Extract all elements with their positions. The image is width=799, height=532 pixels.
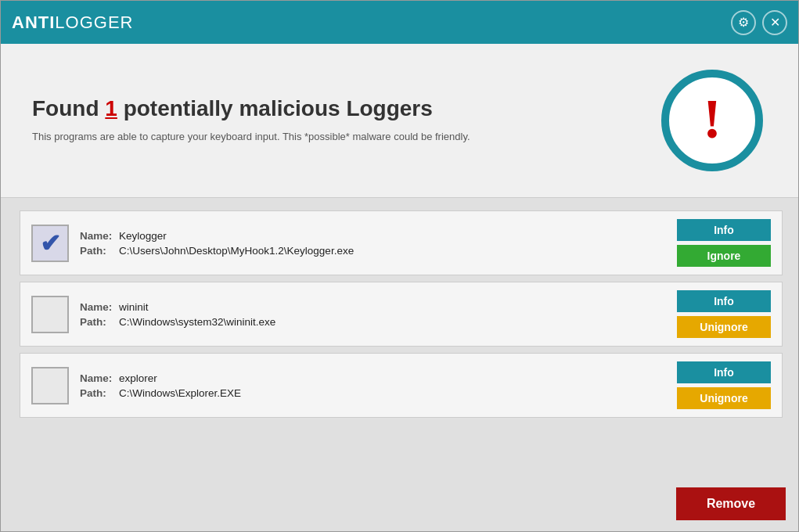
name-label-1: Name: xyxy=(80,230,119,242)
main-window: ANTI LOGGER ⚙ ✕ Found 1 potentially mali… xyxy=(0,0,799,532)
unignore-button-3[interactable]: Unignore xyxy=(677,387,771,409)
logo-logger: LOGGER xyxy=(55,13,133,33)
titlebar-controls: ⚙ ✕ xyxy=(731,10,787,35)
ignore-button-1[interactable]: Ignore xyxy=(677,245,771,267)
item-path-row-3: Path: C:\Windows\Explorer.EXE xyxy=(80,387,666,399)
malicious-count: 1 xyxy=(105,96,117,120)
item-path-row-2: Path: C:\Windows\system32\wininit.exe xyxy=(80,316,666,328)
item-checkbox-1[interactable]: ✔ xyxy=(31,225,69,262)
name-label-2: Name: xyxy=(80,301,119,313)
item-info-1: Name: Keylogger Path: C:\Users\John\Desk… xyxy=(80,230,666,257)
settings-button[interactable]: ⚙ xyxy=(731,10,756,35)
header-section: Found 1 potentially malicious Loggers Th… xyxy=(1,44,798,198)
path-value-2: C:\Windows\system32\wininit.exe xyxy=(119,316,275,328)
logo-anti: ANTI xyxy=(12,13,55,33)
path-label-1: Path: xyxy=(80,245,119,257)
list-area: ✔ Name: Keylogger Path: C:\Users\John\De… xyxy=(1,198,798,480)
path-label-2: Path: xyxy=(80,316,119,328)
info-button-2[interactable]: Info xyxy=(677,290,771,312)
header-text: Found 1 potentially malicious Loggers Th… xyxy=(32,96,642,145)
item-name-row-1: Name: Keylogger xyxy=(80,230,666,242)
item-info-3: Name: explorer Path: C:\Windows\Explorer… xyxy=(80,372,666,399)
warning-icon-container: ! xyxy=(657,66,767,175)
name-label-3: Name: xyxy=(80,372,119,384)
item-actions-1: Info Ignore xyxy=(677,219,771,267)
remove-button[interactable]: Remove xyxy=(676,487,786,520)
item-path-row-1: Path: C:\Users\John\Desktop\MyHook1.2\Ke… xyxy=(80,245,666,257)
list-item: Name: wininit Path: C:\Windows\system32\… xyxy=(20,282,783,347)
name-value-2: wininit xyxy=(119,301,149,313)
footer: Remove xyxy=(1,480,798,531)
warning-circle: ! xyxy=(661,70,763,171)
info-button-3[interactable]: Info xyxy=(677,361,771,383)
title-before: Found xyxy=(32,96,105,120)
exclamation-icon: ! xyxy=(703,91,722,147)
item-info-2: Name: wininit Path: C:\Windows\system32\… xyxy=(80,301,666,328)
path-label-3: Path: xyxy=(80,387,119,399)
item-name-row-2: Name: wininit xyxy=(80,301,666,313)
content-area: Found 1 potentially malicious Loggers Th… xyxy=(1,44,798,531)
item-actions-2: Info Unignore xyxy=(677,290,771,338)
app-logo: ANTI LOGGER xyxy=(12,13,133,33)
path-value-3: C:\Windows\Explorer.EXE xyxy=(119,387,241,399)
item-actions-3: Info Unignore xyxy=(677,361,771,409)
list-item: Name: explorer Path: C:\Windows\Explorer… xyxy=(20,353,783,418)
list-scroll-container[interactable]: ✔ Name: Keylogger Path: C:\Users\John\De… xyxy=(20,210,786,480)
item-name-row-3: Name: explorer xyxy=(80,372,666,384)
title-after: potentially malicious Loggers xyxy=(117,96,433,120)
name-value-1: Keylogger xyxy=(119,230,167,242)
item-checkbox-2[interactable] xyxy=(31,296,69,333)
info-button-1[interactable]: Info xyxy=(677,219,771,241)
close-icon: ✕ xyxy=(770,15,780,30)
header-title: Found 1 potentially malicious Loggers xyxy=(32,96,642,121)
path-value-1: C:\Users\John\Desktop\MyHook1.2\Keylogge… xyxy=(119,245,354,257)
name-value-3: explorer xyxy=(119,372,157,384)
close-button[interactable]: ✕ xyxy=(762,10,787,35)
item-checkbox-3[interactable] xyxy=(31,367,69,404)
checkmark-icon: ✔ xyxy=(40,228,61,258)
gear-icon: ⚙ xyxy=(738,15,749,30)
list-item: ✔ Name: Keylogger Path: C:\Users\John\De… xyxy=(20,210,783,275)
unignore-button-2[interactable]: Unignore xyxy=(677,316,771,338)
header-subtitle: This programs are able to capture your k… xyxy=(32,129,486,145)
titlebar: ANTI LOGGER ⚙ ✕ xyxy=(1,1,798,44)
